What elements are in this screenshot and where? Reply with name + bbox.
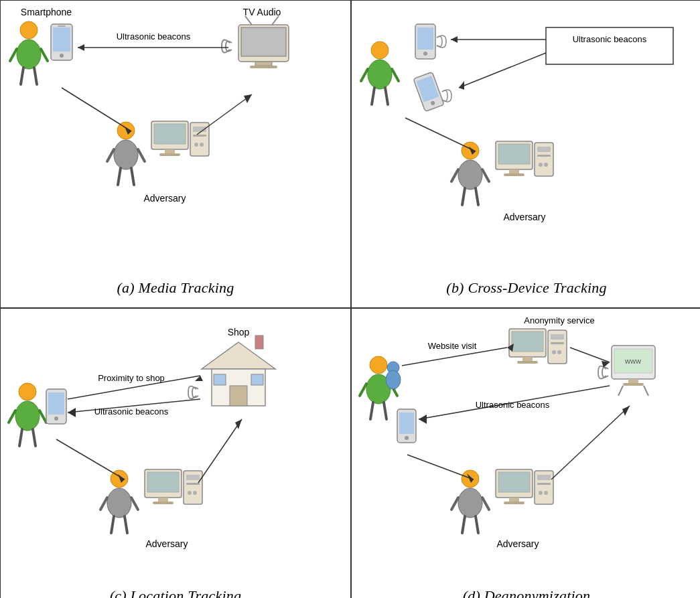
svg-point-31 [371, 42, 389, 59]
website-visit-label: Website visit [428, 341, 477, 351]
phone2-b [413, 72, 451, 111]
server-icon-c [145, 469, 202, 504]
panel-b: Ultrasonic beacons [351, 0, 700, 308]
svg-rect-95 [399, 413, 414, 434]
svg-line-35 [372, 88, 374, 104]
panel-d-diagram: Anonymity service [352, 309, 700, 583]
arrowhead-c2 [68, 408, 76, 417]
svg-rect-84 [186, 475, 200, 480]
svg-rect-55 [537, 155, 551, 157]
tv-label: TV Audio [243, 7, 281, 17]
svg-line-2 [10, 49, 17, 61]
arrow-adv-to-shop [198, 419, 242, 483]
svg-point-66 [54, 417, 58, 421]
svg-point-57 [544, 163, 548, 167]
beacon-label-a: Ultrasonic beacons [117, 31, 191, 42]
arrowhead-b2 [459, 81, 464, 90]
svg-line-112 [644, 386, 648, 396]
svg-line-3 [41, 49, 48, 61]
svg-rect-82 [153, 502, 173, 504]
ultrasonic-label-c: Ultrasonic beacons [94, 406, 169, 417]
person-green-b [361, 42, 399, 104]
panel-d-label: (d) Deanonymization [463, 583, 591, 598]
svg-rect-38 [417, 27, 433, 50]
svg-point-43 [462, 142, 479, 159]
svg-line-61 [40, 410, 46, 423]
svg-rect-24 [165, 149, 175, 153]
anon-body-d [386, 370, 401, 389]
person-gray-b [451, 142, 489, 205]
svg-line-20 [118, 168, 121, 185]
svg-line-75 [100, 498, 107, 510]
svg-point-56 [539, 163, 543, 167]
svg-line-93 [384, 402, 387, 419]
svg-rect-51 [509, 169, 519, 173]
arrowhead-adv-a2 [244, 94, 252, 103]
svg-line-60 [9, 410, 15, 423]
svg-point-104 [552, 350, 556, 354]
arrowhead-left-a [78, 44, 84, 51]
svg-line-92 [370, 402, 373, 419]
svg-line-5 [34, 68, 37, 84]
diagram-grid: Smartphone TV Audio [0, 0, 700, 598]
svg-point-58 [19, 383, 36, 400]
svg-rect-15 [250, 66, 277, 68]
svg-line-62 [19, 429, 22, 446]
svg-text:www: www [624, 357, 641, 365]
svg-rect-100 [517, 361, 538, 364]
panel-a-label: (a) Media Tracking [117, 275, 234, 299]
svg-marker-67 [202, 342, 275, 369]
svg-rect-98 [512, 331, 543, 352]
beacon-box-b [546, 27, 673, 64]
svg-rect-54 [537, 147, 551, 152]
arrow-box-to-phone2 [459, 53, 546, 88]
adversary-label-c: Adversary [145, 538, 188, 549]
svg-point-17 [114, 140, 138, 169]
svg-rect-109 [628, 379, 638, 383]
panel-d: Anonymity service [351, 308, 700, 598]
svg-point-30 [200, 143, 204, 147]
svg-point-59 [15, 401, 40, 431]
person-green-a [10, 21, 48, 84]
svg-point-114 [458, 488, 482, 518]
svg-point-39 [423, 52, 427, 56]
svg-rect-103 [551, 342, 564, 344]
svg-line-115 [451, 498, 458, 510]
smartphone-label: Smartphone [21, 7, 72, 17]
svg-line-19 [138, 149, 145, 161]
svg-rect-122 [504, 502, 524, 504]
svg-line-78 [125, 516, 127, 533]
person-gray-a [107, 122, 145, 185]
svg-point-105 [557, 350, 561, 354]
svg-rect-121 [509, 498, 519, 502]
panel-b-diagram: Ultrasonic beacons [352, 1, 700, 275]
svg-rect-69 [230, 386, 247, 406]
arrow-phones-to-adv-b [405, 118, 476, 151]
svg-line-18 [107, 149, 114, 161]
svg-line-77 [111, 516, 114, 533]
svg-line-34 [392, 69, 399, 81]
phone-d [397, 409, 416, 443]
svg-point-88 [370, 356, 387, 374]
svg-point-87 [193, 491, 197, 495]
svg-point-126 [539, 491, 543, 495]
svg-line-63 [33, 429, 36, 446]
svg-rect-50 [498, 144, 530, 164]
arrow-phone-to-adv-c [56, 439, 125, 479]
beacon-label-b1: Ultrasonic beacons [573, 34, 647, 44]
svg-rect-9 [58, 25, 66, 27]
server-icon-a [151, 121, 209, 156]
svg-line-45 [451, 169, 458, 181]
panel-c: Shop Proximity to shop [0, 308, 351, 598]
svg-line-33 [361, 69, 368, 81]
panel-c-label: (c) Location Tracking [110, 583, 242, 598]
anonymity-label: Anonymity service [524, 315, 594, 325]
svg-rect-120 [498, 472, 530, 492]
adversary-label-d: Adversary [496, 538, 539, 549]
svg-rect-65 [48, 392, 64, 415]
svg-rect-71 [251, 374, 263, 385]
person-gray-c [100, 470, 138, 533]
arrow-anon-to-web [570, 348, 610, 362]
svg-point-8 [60, 54, 64, 58]
ultrasonic-label-d: Ultrasonic beacons [476, 400, 550, 410]
